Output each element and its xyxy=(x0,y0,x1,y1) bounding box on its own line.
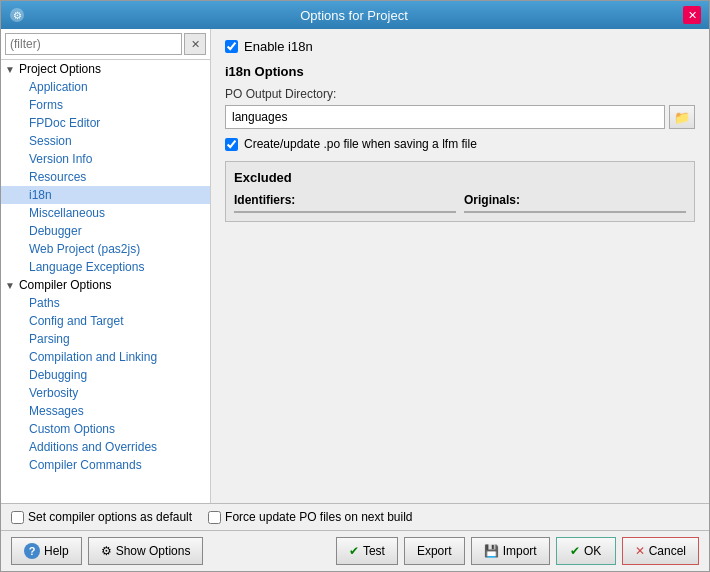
enable-i18n-row: Enable i18n xyxy=(225,39,695,54)
import-icon: 💾 xyxy=(484,544,499,558)
import-label: Import xyxy=(503,544,537,558)
show-options-label: Show Options xyxy=(116,544,191,558)
window: ⚙ Options for Project ✕ ✕ ▼ Project Opti… xyxy=(0,0,710,572)
sidebar-item-miscellaneous[interactable]: Miscellaneous xyxy=(1,204,210,222)
force-update-text: Force update PO files on next build xyxy=(225,510,412,524)
po-output-dir-label: PO Output Directory: xyxy=(225,87,695,101)
sidebar-item-debugger[interactable]: Debugger xyxy=(1,222,210,240)
sidebar-item-compilation-linking[interactable]: Compilation and Linking xyxy=(1,348,210,366)
sidebar-item-i18n[interactable]: i18n xyxy=(1,186,210,204)
originals-col: Originals: ▲ ▼ xyxy=(464,193,686,213)
test-icon: ✔ xyxy=(349,544,359,558)
i18n-options-header: i18n Options xyxy=(225,64,695,79)
sidebar-group-project-options[interactable]: ▼ Project Options xyxy=(1,60,210,78)
sidebar-item-config-target[interactable]: Config and Target xyxy=(1,312,210,330)
sidebar-item-additions-overrides[interactable]: Additions and Overrides xyxy=(1,438,210,456)
sidebar-item-compiler-commands[interactable]: Compiler Commands xyxy=(1,456,210,474)
help-button[interactable]: ? Help xyxy=(11,537,82,565)
sidebar-item-messages[interactable]: Messages xyxy=(1,402,210,420)
sidebar-item-parsing[interactable]: Parsing xyxy=(1,330,210,348)
enable-i18n-label: Enable i18n xyxy=(244,39,313,54)
show-options-button[interactable]: ⚙ Show Options xyxy=(88,537,204,565)
set-compiler-default-checkbox[interactable] xyxy=(11,511,24,524)
filter-bar: ✕ xyxy=(1,29,210,60)
sidebar-item-verbosity[interactable]: Verbosity xyxy=(1,384,210,402)
enable-i18n-checkbox[interactable] xyxy=(225,40,238,53)
content-area: ✕ ▼ Project Options Application Forms FP… xyxy=(1,29,709,503)
expand-arrow-project: ▼ xyxy=(5,64,15,75)
filter-clear-icon: ✕ xyxy=(191,38,200,51)
export-button[interactable]: Export xyxy=(404,537,465,565)
sidebar-group-label-compiler: Compiler Options xyxy=(19,278,112,292)
titlebar: ⚙ Options for Project ✕ xyxy=(1,1,709,29)
bottom-checkboxes: Set compiler options as default Force up… xyxy=(11,510,699,524)
create-po-checkbox[interactable] xyxy=(225,138,238,151)
help-label: Help xyxy=(44,544,69,558)
scroll-up-arrow[interactable]: ▲ xyxy=(442,212,456,213)
sidebar-item-custom-options[interactable]: Custom Options xyxy=(1,420,210,438)
browse-button[interactable]: 📁 xyxy=(669,105,695,129)
sidebar-item-application[interactable]: Application xyxy=(1,78,210,96)
cancel-label: Cancel xyxy=(649,544,686,558)
sidebar-item-fpdoc[interactable]: FPDoc Editor xyxy=(1,114,210,132)
import-button[interactable]: 💾 Import xyxy=(471,537,550,565)
identifiers-header: Identifiers: xyxy=(234,193,456,207)
filter-input[interactable] xyxy=(5,33,182,55)
excluded-section: Excluded Identifiers: ▲ ▼ Ori xyxy=(225,161,695,222)
tree-container: ▼ Project Options Application Forms FPDo… xyxy=(1,60,210,503)
po-output-dir-input[interactable] xyxy=(225,105,665,129)
sidebar-item-language-exceptions[interactable]: Language Exceptions xyxy=(1,258,210,276)
window-title: Options for Project xyxy=(25,8,683,23)
sidebar-item-resources[interactable]: Resources xyxy=(1,168,210,186)
create-po-row: Create/update .po file when saving a lfm… xyxy=(225,137,695,151)
sidebar-item-web-project[interactable]: Web Project (pas2js) xyxy=(1,240,210,258)
sidebar-item-paths[interactable]: Paths xyxy=(1,294,210,312)
ok-button[interactable]: ✔ OK xyxy=(556,537,616,565)
cancel-button[interactable]: ✕ Cancel xyxy=(622,537,699,565)
sidebar-item-debugging[interactable]: Debugging xyxy=(1,366,210,384)
sidebar-item-version-info[interactable]: Version Info xyxy=(1,150,210,168)
force-update-label: Force update PO files on next build xyxy=(208,510,412,524)
sidebar-group-label-project: Project Options xyxy=(19,62,101,76)
ok-label: OK xyxy=(584,544,601,558)
set-compiler-default-text: Set compiler options as default xyxy=(28,510,192,524)
create-po-label: Create/update .po file when saving a lfm… xyxy=(244,137,477,151)
sidebar-item-session[interactable]: Session xyxy=(1,132,210,150)
help-icon: ? xyxy=(24,543,40,559)
browse-icon: 📁 xyxy=(674,110,690,125)
excluded-columns: Identifiers: ▲ ▼ Originals: xyxy=(234,193,686,213)
main-panel: Enable i18n i18n Options PO Output Direc… xyxy=(211,29,709,503)
test-label: Test xyxy=(363,544,385,558)
identifiers-listbox[interactable]: ▲ ▼ xyxy=(234,211,456,213)
force-update-checkbox[interactable] xyxy=(208,511,221,524)
identifiers-col: Identifiers: ▲ ▼ xyxy=(234,193,456,213)
svg-text:⚙: ⚙ xyxy=(13,10,22,21)
sidebar: ✕ ▼ Project Options Application Forms FP… xyxy=(1,29,211,503)
app-icon: ⚙ xyxy=(9,7,25,23)
originals-header: Originals: xyxy=(464,193,686,207)
originals-listbox[interactable]: ▲ ▼ xyxy=(464,211,686,213)
sidebar-item-forms[interactable]: Forms xyxy=(1,96,210,114)
set-compiler-default-label: Set compiler options as default xyxy=(11,510,192,524)
cancel-icon: ✕ xyxy=(635,544,645,558)
bottom-bar: Set compiler options as default Force up… xyxy=(1,503,709,530)
excluded-title: Excluded xyxy=(234,170,686,185)
export-label: Export xyxy=(417,544,452,558)
ok-icon: ✔ xyxy=(570,544,580,558)
po-output-dir-row: 📁 xyxy=(225,105,695,129)
expand-arrow-compiler: ▼ xyxy=(5,280,15,291)
show-options-icon: ⚙ xyxy=(101,544,112,558)
close-button[interactable]: ✕ xyxy=(683,6,701,24)
button-bar: ? Help ⚙ Show Options ✔ Test Export 💾 Im… xyxy=(1,530,709,571)
originals-scroll-up[interactable]: ▲ xyxy=(672,212,686,213)
test-button[interactable]: ✔ Test xyxy=(336,537,398,565)
filter-clear-button[interactable]: ✕ xyxy=(184,33,206,55)
sidebar-group-compiler-options[interactable]: ▼ Compiler Options xyxy=(1,276,210,294)
